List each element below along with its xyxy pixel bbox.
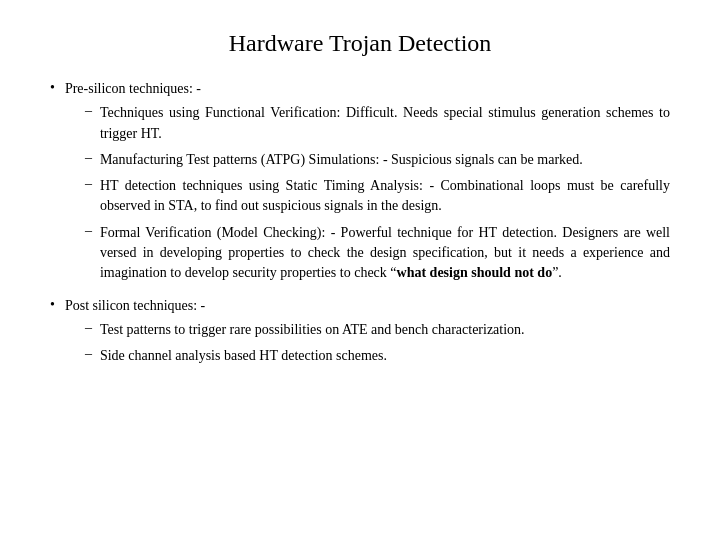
section-1-label: Pre-silicon techniques: -	[65, 81, 201, 96]
sub-item-2-2: – Side channel analysis based HT detecti…	[85, 346, 670, 366]
dash-1-3: –	[85, 176, 92, 192]
dash-1-4: –	[85, 223, 92, 239]
sub-list-1: – Techniques using Functional Verificati…	[85, 103, 670, 283]
bullet-dot-1: •	[50, 80, 55, 96]
sub-item-1-4: – Formal Verification (Model Checking): …	[85, 223, 670, 284]
bullet-item-1: • Pre-silicon techniques: - – Techniques…	[50, 79, 670, 290]
formal-text-before: Formal Verification (Model Checking): - …	[100, 225, 670, 281]
slide-title: Hardware Trojan Detection	[50, 30, 670, 57]
sub-item-1-2: – Manufacturing Test patterns (ATPG) Sim…	[85, 150, 670, 170]
bullet-item-2: • Post silicon techniques: - – Test patt…	[50, 296, 670, 373]
section-2-label: Post silicon techniques: -	[65, 298, 205, 313]
dash-2-2: –	[85, 346, 92, 362]
bullet-text-1: Pre-silicon techniques: - – Techniques u…	[65, 79, 670, 290]
sub-text-2-1: Test patterns to trigger rare possibilit…	[100, 320, 670, 340]
sub-list-2: – Test patterns to trigger rare possibil…	[85, 320, 670, 367]
slide-content: • Pre-silicon techniques: - – Techniques…	[50, 79, 670, 510]
sub-item-1-1: – Techniques using Functional Verificati…	[85, 103, 670, 144]
slide-container: Hardware Trojan Detection • Pre-silicon …	[0, 0, 720, 540]
sub-text-1-2: Manufacturing Test patterns (ATPG) Simul…	[100, 150, 670, 170]
sub-text-1-4: Formal Verification (Model Checking): - …	[100, 223, 670, 284]
dash-1-2: –	[85, 150, 92, 166]
sub-text-2-2: Side channel analysis based HT detection…	[100, 346, 670, 366]
sub-text-1-1: Techniques using Functional Verification…	[100, 103, 670, 144]
dash-1-1: –	[85, 103, 92, 119]
sub-item-2-1: – Test patterns to trigger rare possibil…	[85, 320, 670, 340]
bullet-text-2: Post silicon techniques: - – Test patter…	[65, 296, 670, 373]
bullet-dot-2: •	[50, 297, 55, 313]
dash-2-1: –	[85, 320, 92, 336]
sub-text-1-3: HT detection techniques using Static Tim…	[100, 176, 670, 217]
sub-item-1-3: – HT detection techniques using Static T…	[85, 176, 670, 217]
formal-text-bold: what design should not do	[397, 265, 553, 280]
formal-text-after: ”.	[552, 265, 562, 280]
